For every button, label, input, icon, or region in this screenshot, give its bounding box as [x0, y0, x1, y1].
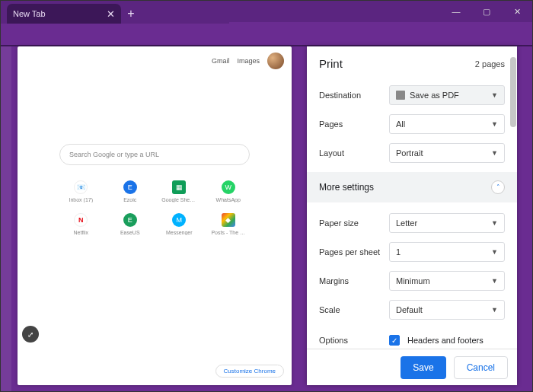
shortcut-icon: N [74, 213, 88, 227]
window-minimize-button[interactable]: — [441, 1, 471, 22]
shortcut-icon: E [123, 213, 137, 227]
pages-select[interactable]: All ▼ [389, 114, 505, 134]
shortcut-icon: ◆ [222, 213, 235, 227]
shortcut-icon: M [172, 213, 186, 227]
more-settings-toggle[interactable]: More settings ˄ [307, 172, 517, 202]
scrollbar-thumb[interactable] [510, 57, 516, 127]
shortcut-icon: E [123, 180, 137, 194]
headers-footers-label: Headers and footers [407, 336, 484, 345]
destination-label: Destination [319, 91, 389, 100]
shortcut-item[interactable]: NNetflix [59, 213, 103, 235]
headers-footers-checkbox[interactable]: ✓ [389, 335, 400, 346]
shortcut-label: Netflix [63, 230, 98, 235]
destination-select[interactable]: Save as PDF ▼ [389, 85, 505, 105]
new-tab-button[interactable]: + [121, 4, 141, 24]
shortcut-icon: W [222, 180, 235, 194]
page-count-label: 2 pages [475, 59, 505, 69]
dialog-scroll-area[interactable]: Print 2 pages Destination Save as PDF ▼ … [307, 46, 517, 349]
images-link[interactable]: Images [237, 57, 260, 65]
preview-search-placeholder: Search Google or type a URL [69, 151, 159, 158]
shortcut-item[interactable]: EEaseUS [109, 213, 152, 235]
cancel-button[interactable]: Cancel [454, 356, 508, 379]
left-strip [1, 46, 11, 391]
tab-close-icon[interactable]: ✕ [107, 8, 115, 20]
chevron-down-icon: ▼ [491, 277, 498, 285]
chevron-down-icon: ▼ [491, 120, 498, 128]
print-preview-page[interactable]: Gmail Images Search Google or type a URL… [18, 46, 292, 385]
dialog-footer: Save Cancel [307, 349, 517, 385]
preview-header: Gmail Images [18, 46, 292, 75]
content-area: Gmail Images Search Google or type a URL… [1, 46, 532, 391]
shortcut-item[interactable]: WWhatsApp [207, 180, 251, 202]
shortcut-item[interactable]: EEzoic [109, 180, 152, 202]
shortcut-icon: ▦ [172, 180, 186, 194]
window-maximize-button[interactable]: ▢ [471, 1, 502, 22]
layout-label: Layout [319, 148, 389, 158]
chevron-down-icon: ▼ [491, 248, 498, 256]
gmail-link[interactable]: Gmail [212, 57, 230, 65]
shortcut-item[interactable]: ◆Posts - The … [207, 213, 251, 235]
shortcut-label: Posts - The … [211, 230, 246, 235]
tab-strip: New Tab ✕ + [1, 1, 229, 24]
shortcut-label: WhatsApp [211, 197, 246, 202]
chevron-down-icon: ▼ [491, 149, 498, 157]
shortcut-icon: 📧 [74, 180, 88, 194]
chevron-down-icon: ▼ [491, 91, 498, 99]
shortcut-item[interactable]: 📧Inbox (17) [59, 180, 103, 202]
paper-size-select[interactable]: Letter ▼ [389, 213, 505, 233]
dialog-title: Print [319, 57, 343, 70]
pages-per-sheet-label: Pages per sheet [319, 247, 389, 257]
tab-title: New Tab [13, 9, 46, 18]
scale-label: Scale [319, 305, 389, 314]
browser-tab[interactable]: New Tab ✕ [7, 4, 121, 24]
shortcut-item[interactable]: MMessenger [158, 213, 201, 235]
paper-size-label: Paper size [319, 218, 389, 228]
shortcut-label: Messenger [161, 230, 196, 235]
shortcut-label: Google Sheets [161, 197, 196, 202]
customize-chrome-button[interactable]: Customize Chrome [215, 365, 284, 378]
preview-search-bar: Search Google or type a URL [59, 144, 250, 165]
pages-label: Pages [319, 120, 389, 129]
window-close-button[interactable]: ✕ [502, 1, 532, 22]
zoom-fullscreen-icon[interactable]: ⤢ [22, 326, 39, 343]
layout-select[interactable]: Portrait ▼ [389, 143, 505, 163]
shortcuts-grid: 📧Inbox (17) EEzoic ▦Google Sheets WWhats… [59, 180, 250, 235]
chevron-down-icon: ▼ [491, 306, 498, 314]
more-settings-label: More settings [319, 182, 374, 193]
shortcut-label: Inbox (17) [63, 197, 98, 202]
scale-select[interactable]: Default ▼ [389, 300, 505, 320]
margins-label: Margins [319, 276, 389, 285]
print-dialog: Print 2 pages Destination Save as PDF ▼ … [307, 46, 517, 385]
pdf-icon [396, 91, 405, 100]
chevron-down-icon: ▼ [491, 219, 498, 227]
shortcut-label: Ezoic [113, 197, 148, 202]
preview-avatar[interactable] [267, 53, 284, 69]
save-button[interactable]: Save [401, 356, 445, 379]
chevron-up-icon: ˄ [491, 180, 505, 194]
pages-per-sheet-select[interactable]: 1 ▼ [389, 242, 505, 262]
shortcut-item[interactable]: ▦Google Sheets [158, 180, 201, 202]
shortcut-label: EaseUS [113, 230, 148, 235]
margins-select[interactable]: Minimum ▼ [389, 271, 505, 291]
options-label: Options [319, 336, 389, 345]
